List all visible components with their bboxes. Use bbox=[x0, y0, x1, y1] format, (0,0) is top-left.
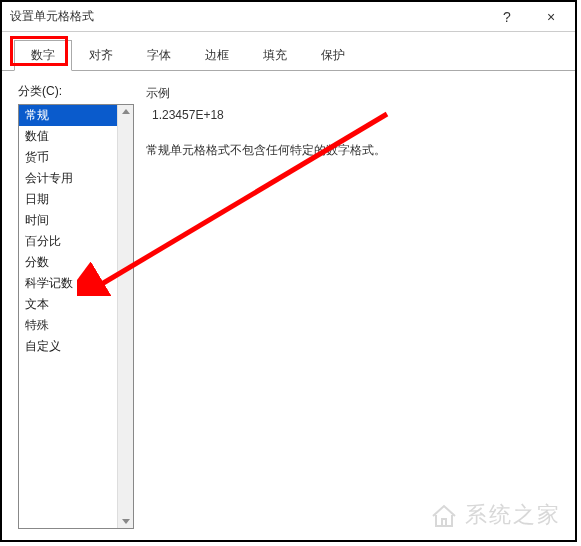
category-item-custom[interactable]: 自定义 bbox=[19, 336, 133, 357]
tab-fill[interactable]: 填充 bbox=[246, 40, 304, 70]
category-item-accounting[interactable]: 会计专用 bbox=[19, 168, 133, 189]
category-listbox[interactable]: 常规 数值 货币 会计专用 日期 时间 百分比 分数 科学记数 文本 特殊 自定… bbox=[18, 104, 134, 529]
tab-font[interactable]: 字体 bbox=[130, 40, 188, 70]
category-item-percentage[interactable]: 百分比 bbox=[19, 231, 133, 252]
close-button[interactable]: × bbox=[531, 5, 571, 29]
category-item-date[interactable]: 日期 bbox=[19, 189, 133, 210]
category-item-general[interactable]: 常规 bbox=[19, 105, 133, 126]
example-value: 1.23457E+18 bbox=[146, 108, 559, 122]
category-item-fraction[interactable]: 分数 bbox=[19, 252, 133, 273]
tab-protection[interactable]: 保护 bbox=[304, 40, 362, 70]
category-item-scientific[interactable]: 科学记数 bbox=[19, 273, 133, 294]
window-title: 设置单元格格式 bbox=[10, 8, 94, 25]
category-label: 分类(C): bbox=[18, 83, 134, 100]
tab-alignment[interactable]: 对齐 bbox=[72, 40, 130, 70]
titlebar: 设置单元格格式 ? × bbox=[2, 2, 575, 32]
example-label: 示例 bbox=[146, 85, 559, 102]
category-item-special[interactable]: 特殊 bbox=[19, 315, 133, 336]
help-button[interactable]: ? bbox=[487, 5, 527, 29]
tab-border[interactable]: 边框 bbox=[188, 40, 246, 70]
format-description: 常规单元格格式不包含任何特定的数字格式。 bbox=[146, 142, 559, 159]
listbox-scrollbar[interactable] bbox=[117, 105, 133, 528]
tab-number[interactable]: 数字 bbox=[14, 40, 72, 71]
category-item-text[interactable]: 文本 bbox=[19, 294, 133, 315]
category-item-number[interactable]: 数值 bbox=[19, 126, 133, 147]
tab-row: 数字 对齐 字体 边框 填充 保护 bbox=[2, 32, 575, 71]
category-item-currency[interactable]: 货币 bbox=[19, 147, 133, 168]
category-item-time[interactable]: 时间 bbox=[19, 210, 133, 231]
